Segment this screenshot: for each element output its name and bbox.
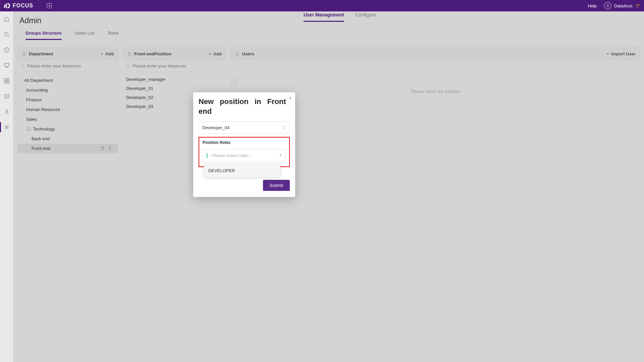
plus-icon[interactable]: +: [279, 152, 282, 158]
roles-placeholder: - Please select roles -: [209, 153, 251, 158]
submit-button[interactable]: Submit: [263, 180, 290, 191]
modal-overlay: × New position in Front end Developer_04…: [0, 0, 644, 362]
modal-title: New position in Front end: [199, 97, 290, 116]
new-position-modal: × New position in Front end Developer_04…: [193, 92, 295, 197]
user-icon: [282, 125, 286, 130]
text-cursor: |: [206, 152, 208, 158]
roles-label: Position Roles: [203, 140, 286, 145]
roles-select[interactable]: | - Please select roles - +: [203, 149, 286, 162]
position-name-value: Developer_04: [202, 125, 229, 130]
position-roles-section: Position Roles | - Please select roles -…: [199, 137, 290, 167]
svg-point-22: [283, 126, 285, 127]
position-name-field[interactable]: Developer_04: [199, 121, 290, 134]
roles-dropdown: DEVELOPER: [204, 164, 280, 177]
close-icon[interactable]: ×: [289, 95, 292, 101]
role-option[interactable]: DEVELOPER: [204, 164, 280, 177]
